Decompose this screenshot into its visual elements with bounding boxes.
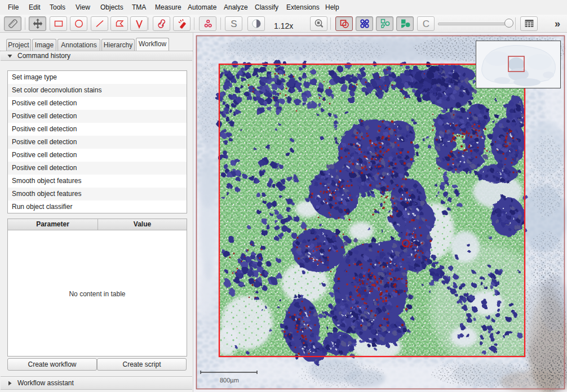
svg-text:800µm: 800µm (220, 377, 239, 384)
svg-text:C: C (422, 19, 429, 29)
svg-text:S: S (231, 19, 237, 29)
